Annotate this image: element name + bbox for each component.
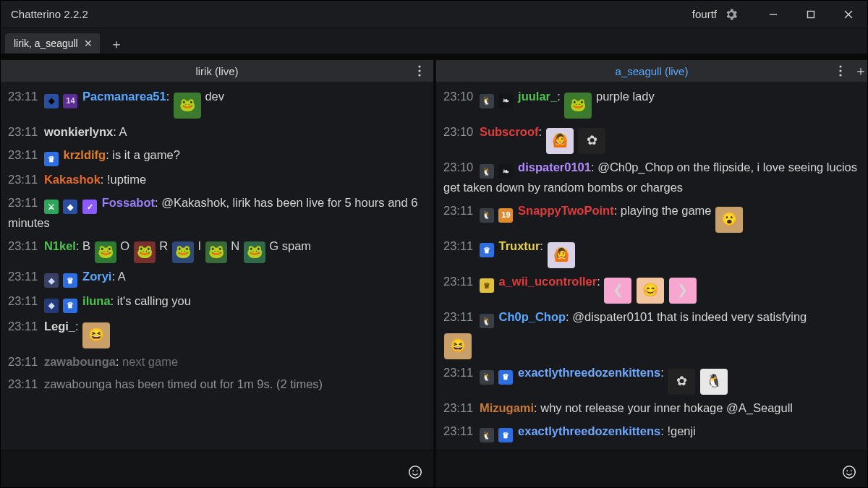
badge-icon: ♛ bbox=[498, 370, 513, 385]
emote-icon: 🐸 bbox=[564, 93, 592, 119]
username[interactable]: exactlythreedozenkittens bbox=[518, 366, 660, 379]
username[interactable]: dispater0101 bbox=[518, 160, 591, 174]
username[interactable]: Fossabot bbox=[102, 196, 155, 209]
username[interactable]: Zoryi bbox=[82, 270, 111, 283]
chat-left[interactable]: 23:11 ◆ 14 Pacmanarea51: 🐸 dev23:11 wonk… bbox=[1, 82, 433, 450]
current-user: fourtf bbox=[692, 8, 717, 20]
split-title-right: a_seagull (live) bbox=[616, 65, 689, 77]
svg-point-11 bbox=[839, 69, 841, 72]
chat-message: 23:11 🐧 19 SnappyTwoPoint: playing the g… bbox=[443, 202, 863, 233]
maximize-button[interactable] bbox=[792, 1, 830, 27]
badge-icon: 🐧 bbox=[480, 208, 494, 223]
timestamp: 23:11 bbox=[443, 366, 473, 379]
settings-icon[interactable] bbox=[724, 7, 739, 22]
timestamp: 23:11 bbox=[8, 125, 38, 138]
split-header-left[interactable]: lirik (live) bbox=[1, 60, 433, 82]
timestamp: 23:11 bbox=[8, 294, 38, 307]
message-text: !uptime bbox=[107, 173, 146, 186]
emote-picker-icon[interactable] bbox=[407, 464, 423, 480]
svg-point-9 bbox=[417, 470, 418, 471]
chat-message: 23:11 ◆ ♛ Zoryi: A bbox=[8, 267, 429, 288]
badge-icon: ◆ bbox=[44, 299, 59, 313]
svg-point-7 bbox=[409, 466, 422, 479]
add-split-button[interactable]: ＋ bbox=[853, 60, 868, 82]
timestamp: 23:11 bbox=[443, 275, 473, 288]
svg-rect-1 bbox=[808, 11, 814, 17]
username[interactable]: exactlythreedozenkittens bbox=[518, 424, 660, 437]
tabs-row: lirik, a_seagull ✕ ＋ bbox=[1, 28, 867, 54]
chat-message: 23:10 🐧 ❧ dispater0101: @Ch0p_Chop on th… bbox=[443, 158, 863, 197]
username[interactable]: Truxtur bbox=[498, 239, 540, 252]
username[interactable]: Kakashok bbox=[44, 173, 101, 186]
splits-container: lirik (live) 23:11 ◆ 14 Pacmanarea51: 🐸 … bbox=[1, 60, 867, 487]
chat-message: 23:11 ⚔ ◆ ✓ Fossabot: @Kakashok, lirik h… bbox=[8, 194, 429, 233]
input-area-right[interactable] bbox=[436, 450, 867, 487]
emote-icon: ❮ bbox=[604, 278, 631, 304]
chat-message: 23:11 🐧 ♛ exactlythreedozenkittens: ✿ 🐧 bbox=[443, 364, 863, 395]
timestamp: 23:10 bbox=[443, 125, 473, 138]
timestamp: 23:11 bbox=[8, 270, 38, 283]
timestamp: 23:11 bbox=[443, 239, 473, 252]
username[interactable]: Subscroof bbox=[480, 125, 539, 138]
badge-icon: ♛ bbox=[498, 428, 513, 442]
emote-icon: 🙆 bbox=[548, 242, 575, 268]
close-button[interactable] bbox=[830, 1, 867, 27]
username[interactable]: juular_ bbox=[518, 90, 557, 103]
username[interactable]: Mizugami bbox=[480, 401, 534, 414]
app-title: Chatterino 2.2.2 bbox=[11, 8, 88, 20]
username[interactable]: SnappyTwoPoint bbox=[518, 204, 614, 217]
add-tab-button[interactable]: ＋ bbox=[107, 35, 126, 53]
username[interactable]: zawabounga bbox=[44, 355, 116, 368]
username[interactable]: wonkierlynx bbox=[44, 125, 113, 138]
timestamp: 23:11 bbox=[8, 173, 38, 186]
minimize-button[interactable] bbox=[754, 1, 792, 27]
svg-point-4 bbox=[418, 65, 420, 67]
message-text: next game bbox=[122, 355, 178, 368]
username[interactable]: Legi_ bbox=[44, 320, 75, 333]
input-area-left[interactable] bbox=[1, 450, 433, 487]
message-text: @dispater0101 that is indeed very satisf… bbox=[572, 310, 807, 323]
message-text: G spam bbox=[269, 239, 311, 252]
tab-active[interactable]: lirik, a_seagull ✕ bbox=[5, 33, 100, 53]
username[interactable]: krzldifg bbox=[63, 148, 106, 161]
chat-message: 23:11 ♛ Truxtur: 🙆 bbox=[443, 237, 863, 268]
timestamp: 23:11 bbox=[8, 355, 38, 368]
message-text: O bbox=[120, 239, 129, 252]
badge-icon: ♛ bbox=[44, 152, 59, 166]
badge-icon: 🐧 bbox=[480, 164, 494, 179]
username[interactable]: Pacmanarea51 bbox=[82, 90, 166, 103]
emote-icon: 🐧 bbox=[700, 369, 728, 395]
username[interactable]: iluna bbox=[82, 294, 111, 307]
badge-icon: ⚔ bbox=[44, 200, 59, 214]
badge-icon: 🐧 bbox=[480, 370, 494, 385]
timestamp: 23:11 bbox=[443, 401, 473, 414]
badge-icon: 🐧 bbox=[480, 428, 494, 442]
svg-point-15 bbox=[851, 470, 852, 471]
username[interactable]: Ch0p_Chop bbox=[498, 310, 566, 323]
badge-icon: 🐧 bbox=[480, 94, 494, 108]
timestamp: 23:11 bbox=[8, 377, 38, 390]
badge-icon: ◆ bbox=[63, 200, 77, 214]
svg-point-14 bbox=[846, 470, 848, 471]
split-menu-left[interactable] bbox=[410, 60, 429, 82]
badge-icon: ❧ bbox=[498, 94, 513, 108]
emote-icon: 🐸 bbox=[95, 241, 116, 263]
split-menu-right[interactable] bbox=[831, 60, 850, 82]
timestamp: 23:10 bbox=[443, 160, 473, 174]
split-header-right[interactable]: a_seagull (live) ＋ bbox=[436, 60, 867, 82]
chat-message: 23:11 ◆ ♛ iluna: it's calling you bbox=[8, 292, 429, 313]
message-text: purple lady bbox=[596, 90, 655, 103]
badge-icon: ◆ bbox=[44, 94, 59, 108]
badge-icon: ♛ bbox=[63, 299, 77, 313]
timestamp: 23:11 bbox=[8, 196, 38, 209]
tab-close-icon[interactable]: ✕ bbox=[84, 38, 93, 49]
message-text: is it a game? bbox=[112, 148, 180, 161]
timestamp: 23:11 bbox=[443, 310, 473, 323]
tab-label: lirik, a_seagull bbox=[14, 38, 78, 49]
username[interactable]: a_wii_ucontroller bbox=[498, 275, 597, 288]
chat-right[interactable]: 23:10 🐧 ❧ juular_: 🐸 purple lady23:10 Su… bbox=[436, 82, 867, 450]
username[interactable]: N1kel bbox=[44, 239, 76, 252]
message-text: I bbox=[197, 239, 201, 252]
emote-picker-icon[interactable] bbox=[841, 464, 857, 480]
message-text: dev bbox=[205, 90, 224, 103]
